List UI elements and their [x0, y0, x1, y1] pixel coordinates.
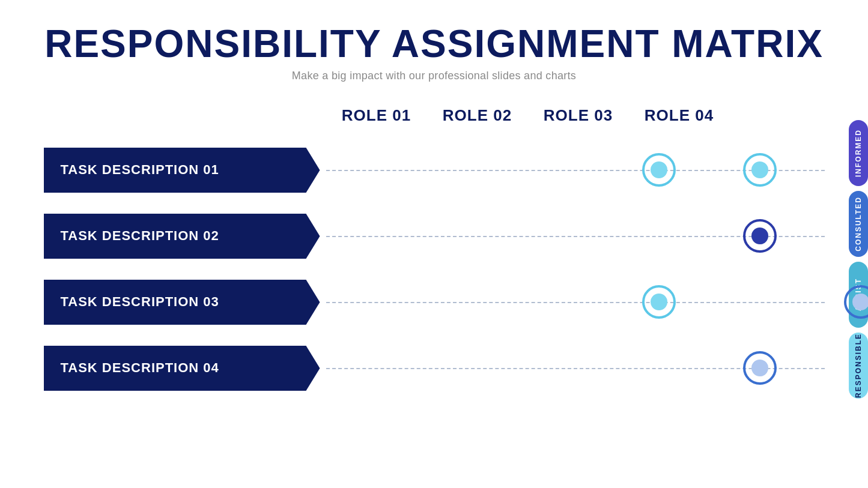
- role-columns-02: [609, 219, 869, 253]
- table-row: TASK DESCRIPTION 04: [44, 335, 825, 401]
- cell-04-03: [810, 351, 869, 385]
- cell-02-03: [810, 219, 869, 253]
- task-label-03: TASK DESCRIPTION 03: [44, 280, 320, 325]
- indicator-medium: [844, 285, 869, 319]
- indicator-medium: [743, 351, 777, 385]
- indicator-dark: [743, 219, 777, 253]
- indicator-light: [642, 285, 676, 319]
- matrix-container: ROLE 01 ROLE 02 ROLE 03 ROLE 04 TASK DES…: [44, 100, 825, 401]
- roles-header: ROLE 01 ROLE 02 ROLE 03 ROLE 04: [326, 100, 825, 137]
- cell-01-03: [810, 153, 869, 187]
- role-columns-01: [609, 153, 869, 187]
- role-header-01: ROLE 01: [326, 100, 427, 137]
- cell-01-01: [609, 153, 709, 187]
- task-label-04: TASK DESCRIPTION 04: [44, 346, 320, 391]
- cell-03-03: [810, 285, 869, 319]
- cell-04-02: [709, 351, 810, 385]
- table-row: TASK DESCRIPTION 02: [44, 203, 825, 269]
- task-label-text-03: TASK DESCRIPTION 03: [44, 294, 219, 310]
- header: RESPONSIBILITY ASSIGNMENT MATRIX Make a …: [44, 23, 824, 82]
- table-row: TASK DESCRIPTION 01: [44, 137, 825, 203]
- indicator-light: [743, 153, 777, 187]
- role-header-04: ROLE 04: [629, 100, 730, 137]
- task-label-text-01: TASK DESCRIPTION 01: [44, 162, 219, 178]
- main-title: RESPONSIBILITY ASSIGNMENT MATRIX: [44, 23, 824, 65]
- role-header-03: ROLE 03: [528, 100, 629, 137]
- role-columns-04: [609, 351, 869, 385]
- role-columns-03: [609, 285, 869, 319]
- indicator-light: [642, 153, 676, 187]
- task-label-02: TASK DESCRIPTION 02: [44, 214, 320, 259]
- table-row: TASK DESCRIPTION 03: [44, 269, 825, 335]
- task-label-01: TASK DESCRIPTION 01: [44, 148, 320, 193]
- cell-02-02: [709, 219, 810, 253]
- cell-04-01: [609, 351, 709, 385]
- role-header-02: ROLE 02: [427, 100, 528, 137]
- page-container: RESPONSIBILITY ASSIGNMENT MATRIX Make a …: [0, 0, 868, 488]
- cell-02-01: [609, 219, 709, 253]
- cell-03-02: [709, 285, 810, 319]
- grid-area: TASK DESCRIPTION 01: [44, 137, 825, 401]
- cell-03-01: [609, 285, 709, 319]
- task-label-text-02: TASK DESCRIPTION 02: [44, 228, 219, 244]
- task-label-text-04: TASK DESCRIPTION 04: [44, 360, 219, 376]
- cell-01-02: [709, 153, 810, 187]
- subtitle: Make a big impact with our professional …: [44, 70, 824, 82]
